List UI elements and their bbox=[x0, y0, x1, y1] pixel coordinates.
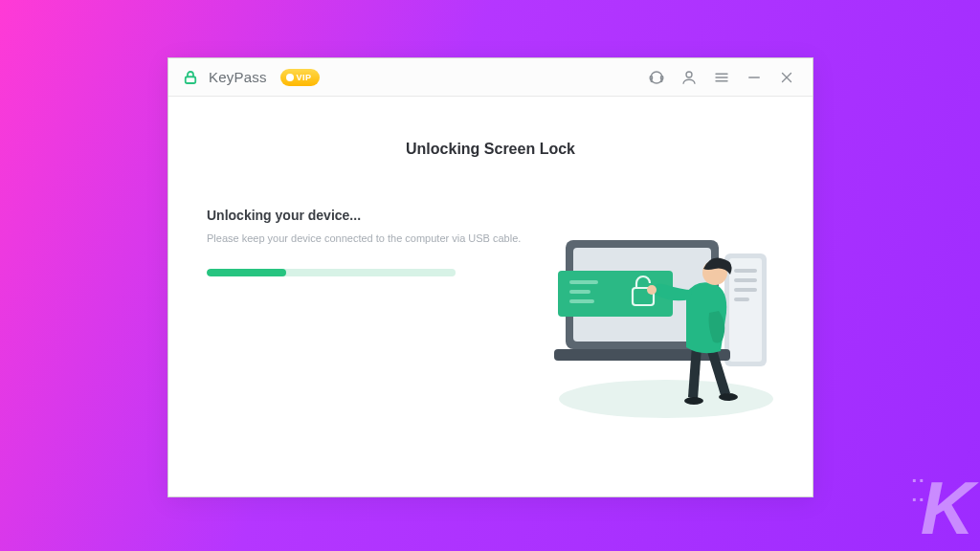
chat-bubble-icon bbox=[286, 74, 294, 81]
menu-icon[interactable] bbox=[709, 65, 734, 90]
titlebar: KeyPass VIP bbox=[168, 58, 813, 97]
svg-rect-17 bbox=[734, 298, 749, 301]
svg-point-27 bbox=[719, 393, 738, 401]
svg-rect-14 bbox=[734, 269, 757, 273]
app-window: KeyPass VIP bbox=[167, 57, 813, 497]
progress-fill bbox=[207, 269, 286, 276]
progress-bar bbox=[207, 269, 456, 276]
support-icon[interactable] bbox=[644, 65, 669, 90]
k-watermark: ∙∙∙∙ K bbox=[906, 471, 970, 545]
user-icon[interactable] bbox=[677, 65, 702, 90]
svg-point-4 bbox=[686, 72, 692, 77]
svg-rect-24 bbox=[569, 299, 594, 303]
unlock-illustration bbox=[537, 219, 786, 420]
vip-label: VIP bbox=[297, 73, 312, 82]
svg-point-26 bbox=[684, 397, 703, 405]
vip-badge[interactable]: VIP bbox=[280, 69, 320, 86]
svg-rect-22 bbox=[569, 280, 598, 284]
lock-icon bbox=[182, 69, 199, 86]
app-name: KeyPass bbox=[209, 69, 267, 85]
minimize-button[interactable] bbox=[742, 65, 767, 90]
watermark-dots-icon: ∙∙∙∙ bbox=[912, 471, 926, 509]
svg-rect-0 bbox=[186, 77, 196, 83]
svg-point-28 bbox=[647, 285, 657, 295]
svg-point-11 bbox=[559, 380, 773, 418]
svg-rect-13 bbox=[729, 258, 762, 362]
watermark-letter: K bbox=[921, 471, 970, 545]
svg-rect-16 bbox=[734, 288, 757, 292]
svg-rect-23 bbox=[569, 290, 590, 294]
close-button[interactable] bbox=[774, 65, 799, 90]
content-area: Unlocking Screen Lock Unlocking your dev… bbox=[168, 97, 813, 496]
svg-rect-15 bbox=[734, 278, 757, 282]
page-title: Unlocking Screen Lock bbox=[207, 141, 774, 158]
